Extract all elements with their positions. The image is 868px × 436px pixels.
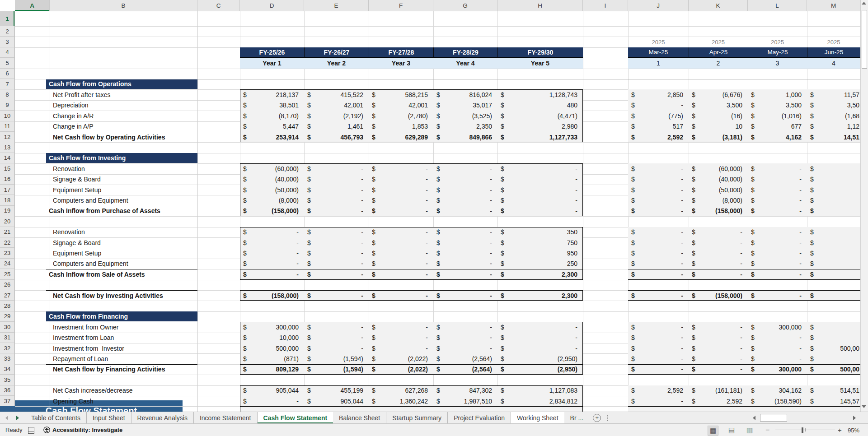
row-label[interactable]: Equipment Setup: [46, 185, 197, 195]
row-header-15[interactable]: 15: [0, 163, 15, 174]
month-sub[interactable]: 2: [689, 58, 748, 68]
fiscal-year-header[interactable]: FY-27/28: [369, 47, 433, 58]
cell-D36[interactable]: $905,044: [240, 385, 304, 396]
cell-D18[interactable]: $(8,000): [240, 195, 304, 205]
cell-G8[interactable]: $816,024: [433, 89, 497, 100]
month-sub[interactable]: 4: [807, 58, 860, 68]
cell-E15[interactable]: $-: [304, 163, 369, 174]
column-header-F[interactable]: F: [369, 0, 433, 11]
cell-K18[interactable]: $(8,000): [689, 195, 748, 205]
cell-M22[interactable]: $: [807, 237, 860, 248]
cell-G23[interactable]: $-: [433, 248, 497, 258]
row-header-20[interactable]: 20: [0, 216, 15, 227]
cell-D22[interactable]: $-: [240, 237, 304, 248]
cell-D34[interactable]: $809,129: [240, 364, 304, 375]
cell-M17[interactable]: $: [807, 185, 860, 195]
row-label[interactable]: Renovation: [46, 163, 197, 174]
spreadsheet-grid[interactable]: Cash Flow Statement2025202520252025FY-25…: [0, 0, 868, 412]
cell-H12[interactable]: $1,127,733: [497, 132, 583, 142]
fiscal-year-header[interactable]: FY-26/27: [304, 47, 369, 58]
cell-H34[interactable]: $(2,950): [497, 364, 583, 375]
cell-G32[interactable]: $-: [433, 343, 497, 353]
row-label[interactable]: Depreciation: [46, 100, 197, 111]
cell-E33[interactable]: $(1,594): [304, 353, 369, 364]
cell-K31[interactable]: $-: [689, 333, 748, 343]
row-header-5[interactable]: 5: [0, 58, 15, 68]
column-header-J[interactable]: J: [628, 0, 689, 11]
month-header[interactable]: May-25: [748, 47, 807, 58]
cell-F24[interactable]: $-: [369, 259, 433, 269]
cell-G15[interactable]: $-: [433, 163, 497, 174]
cell-L31[interactable]: $-: [748, 333, 807, 343]
cell-L16[interactable]: $-: [748, 174, 807, 185]
cell-H17[interactable]: $-: [497, 185, 583, 195]
cell-G22[interactable]: $-: [433, 237, 497, 248]
cell-K8[interactable]: $(6,676): [689, 89, 748, 100]
cell-F11[interactable]: $1,853: [369, 121, 433, 132]
tab-scroll-grip[interactable]: [607, 415, 609, 421]
cell-E24[interactable]: $-: [304, 259, 369, 269]
month-header[interactable]: Jun-25: [807, 47, 860, 58]
cell-K21[interactable]: $-: [689, 227, 748, 237]
row-header-4[interactable]: 4: [0, 47, 15, 58]
cell-M8[interactable]: $11,57: [807, 89, 860, 100]
macro-record-icon[interactable]: [28, 427, 34, 434]
cell-L9[interactable]: $3,500: [748, 100, 807, 111]
cell-H15[interactable]: $-: [497, 163, 583, 174]
cell-H24[interactable]: $250: [497, 259, 583, 269]
cell-H36[interactable]: $1,127,083: [497, 385, 583, 396]
cell-M16[interactable]: $: [807, 174, 860, 185]
row-header-35[interactable]: 35: [0, 375, 15, 385]
cell-G17[interactable]: $-: [433, 185, 497, 195]
scroll-down-icon[interactable]: [862, 405, 866, 408]
column-header-E[interactable]: E: [304, 0, 369, 11]
cell-H32[interactable]: $-: [497, 343, 583, 353]
sheet-tab-revenue-analysis[interactable]: Revenue Analysis: [131, 412, 194, 423]
cell-L18[interactable]: $-: [748, 195, 807, 205]
page-break-view-icon[interactable]: ▥: [745, 426, 755, 435]
row-header-18[interactable]: 18: [0, 195, 15, 205]
row-header-28[interactable]: 28: [0, 301, 15, 311]
cell-M24[interactable]: $: [807, 259, 860, 269]
cell-E8[interactable]: $415,522: [304, 89, 369, 100]
column-header-A[interactable]: A: [15, 0, 50, 11]
row-header-30[interactable]: 30: [0, 322, 15, 332]
cell-D23[interactable]: $-: [240, 248, 304, 258]
cell-E34[interactable]: $(1,594): [304, 364, 369, 375]
row-label[interactable]: Equipment Setup: [46, 248, 197, 258]
cell-J30[interactable]: $-: [628, 322, 689, 332]
cell-E12[interactable]: $456,793: [304, 132, 369, 142]
cell-M37[interactable]: $145,57: [807, 396, 860, 406]
cell-K33[interactable]: $-: [689, 353, 748, 364]
cell-G9[interactable]: $35,017: [433, 100, 497, 111]
page-layout-view-icon[interactable]: ▤: [727, 426, 737, 435]
row-header-23[interactable]: 23: [0, 248, 15, 258]
cell-D21[interactable]: $-: [240, 227, 304, 237]
row-header-21[interactable]: 21: [0, 227, 15, 237]
sheet-tab-startup-summary[interactable]: Startup Summary: [386, 412, 448, 423]
row-label[interactable]: Net Cash increase/decrease: [46, 385, 197, 396]
cell-K30[interactable]: $-: [689, 322, 748, 332]
cell-D32[interactable]: $500,000: [240, 343, 304, 353]
cell-L32[interactable]: $-: [748, 343, 807, 353]
cell-J22[interactable]: $-: [628, 237, 689, 248]
scroll-up-icon[interactable]: [862, 2, 866, 5]
cell-L21[interactable]: $-: [748, 227, 807, 237]
cell-F12[interactable]: $629,289: [369, 132, 433, 142]
next-sheet-icon[interactable]: [16, 416, 19, 420]
cell-F34[interactable]: $(2,022): [369, 364, 433, 375]
cell-K32[interactable]: $-: [689, 343, 748, 353]
row-label[interactable]: Net Cash flow by Operating Activities: [46, 132, 197, 142]
cell-L34[interactable]: $300,000: [748, 364, 807, 375]
horizontal-scrollbar[interactable]: [750, 412, 860, 424]
cell-K36[interactable]: $(161,181): [689, 385, 748, 396]
cell-G18[interactable]: $-: [433, 195, 497, 205]
cell-J34[interactable]: $-: [628, 364, 689, 375]
cell-E27[interactable]: $-: [304, 290, 369, 301]
cell-K19[interactable]: $(158,000): [689, 206, 748, 216]
cell-E32[interactable]: $-: [304, 343, 369, 353]
cell-K23[interactable]: $-: [689, 248, 748, 258]
cell-H8[interactable]: $1,128,743: [497, 89, 583, 100]
cell-M32[interactable]: $500,00: [807, 343, 860, 353]
cell-G12[interactable]: $849,866: [433, 132, 497, 142]
